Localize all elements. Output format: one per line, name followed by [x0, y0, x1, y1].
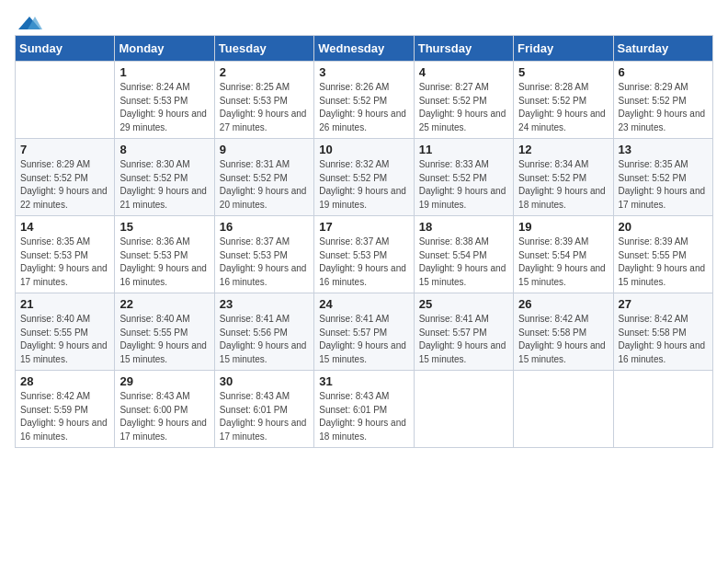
calendar-cell: 4Sunrise: 8:27 AMSunset: 5:52 PMDaylight…: [414, 62, 513, 139]
calendar-cell: 25Sunrise: 8:41 AMSunset: 5:57 PMDayligh…: [414, 293, 513, 371]
calendar-cell: 5Sunrise: 8:28 AMSunset: 5:52 PMDaylight…: [514, 62, 613, 139]
calendar-week-row: 28Sunrise: 8:42 AMSunset: 5:59 PMDayligh…: [16, 371, 713, 448]
cell-info: Sunrise: 8:43 AMSunset: 6:01 PMDaylight:…: [319, 390, 408, 443]
day-number: 9: [220, 143, 309, 156]
cell-info: Sunrise: 8:25 AMSunset: 5:53 PMDaylight:…: [220, 81, 309, 134]
calendar-cell: 22Sunrise: 8:40 AMSunset: 5:55 PMDayligh…: [115, 293, 214, 371]
calendar-cell: 18Sunrise: 8:38 AMSunset: 5:54 PMDayligh…: [414, 216, 513, 293]
cell-info: Sunrise: 8:39 AMSunset: 5:55 PMDaylight:…: [619, 236, 708, 289]
day-number: 22: [119, 297, 209, 311]
header-day-wednesday: Wednesday: [314, 36, 414, 62]
page-header: [15, 15, 713, 31]
calendar-week-row: 7Sunrise: 8:29 AMSunset: 5:52 PMDaylight…: [16, 139, 713, 216]
day-number: 24: [319, 297, 408, 311]
cell-info: Sunrise: 8:28 AMSunset: 5:52 PMDaylight:…: [518, 81, 608, 134]
calendar-cell: 28Sunrise: 8:42 AMSunset: 5:59 PMDayligh…: [16, 371, 115, 448]
cell-info: Sunrise: 8:36 AMSunset: 5:53 PMDaylight:…: [119, 236, 209, 289]
cell-info: Sunrise: 8:41 AMSunset: 5:57 PMDaylight:…: [319, 313, 408, 366]
day-number: 12: [518, 143, 608, 156]
day-number: 7: [20, 143, 109, 156]
calendar-cell: 15Sunrise: 8:36 AMSunset: 5:53 PMDayligh…: [115, 216, 214, 293]
day-number: 16: [220, 220, 309, 234]
cell-info: Sunrise: 8:40 AMSunset: 5:55 PMDaylight:…: [119, 313, 209, 366]
cell-info: Sunrise: 8:26 AMSunset: 5:52 PMDaylight:…: [319, 81, 408, 134]
day-number: 4: [419, 65, 508, 79]
calendar-cell: 6Sunrise: 8:29 AMSunset: 5:52 PMDaylight…: [613, 62, 712, 139]
day-number: 5: [518, 65, 608, 79]
calendar-cell: 12Sunrise: 8:34 AMSunset: 5:52 PMDayligh…: [514, 139, 613, 216]
logo: [15, 15, 42, 31]
calendar-cell: 13Sunrise: 8:35 AMSunset: 5:52 PMDayligh…: [613, 139, 712, 216]
day-number: 30: [220, 374, 309, 388]
header-day-thursday: Thursday: [414, 36, 513, 62]
day-number: 19: [518, 220, 608, 234]
calendar-cell: 27Sunrise: 8:42 AMSunset: 5:58 PMDayligh…: [613, 293, 712, 371]
day-number: 8: [119, 143, 209, 156]
calendar-cell: 1Sunrise: 8:24 AMSunset: 5:53 PMDaylight…: [115, 62, 214, 139]
day-number: 31: [319, 374, 408, 388]
logo-icon: [17, 15, 42, 31]
day-number: 23: [220, 297, 309, 311]
day-number: 26: [518, 297, 608, 311]
calendar-cell: 8Sunrise: 8:30 AMSunset: 5:52 PMDaylight…: [115, 139, 214, 216]
day-number: 1: [119, 65, 209, 79]
day-number: 11: [419, 143, 508, 156]
calendar-cell: 21Sunrise: 8:40 AMSunset: 5:55 PMDayligh…: [16, 293, 115, 371]
header-day-sunday: Sunday: [16, 36, 115, 62]
cell-info: Sunrise: 8:43 AMSunset: 6:01 PMDaylight:…: [220, 390, 309, 443]
cell-info: Sunrise: 8:35 AMSunset: 5:52 PMDaylight:…: [619, 158, 708, 212]
calendar-cell: [16, 62, 115, 139]
cell-info: Sunrise: 8:38 AMSunset: 5:54 PMDaylight:…: [419, 236, 508, 289]
calendar-cell: 7Sunrise: 8:29 AMSunset: 5:52 PMDaylight…: [16, 139, 115, 216]
calendar-week-row: 21Sunrise: 8:40 AMSunset: 5:55 PMDayligh…: [16, 293, 713, 371]
cell-info: Sunrise: 8:42 AMSunset: 5:58 PMDaylight:…: [518, 313, 608, 366]
calendar-cell: 19Sunrise: 8:39 AMSunset: 5:54 PMDayligh…: [514, 216, 613, 293]
day-number: 18: [419, 220, 508, 234]
day-number: 27: [619, 297, 708, 311]
calendar-week-row: 1Sunrise: 8:24 AMSunset: 5:53 PMDaylight…: [16, 62, 713, 139]
calendar-cell: [613, 371, 712, 448]
calendar-cell: 24Sunrise: 8:41 AMSunset: 5:57 PMDayligh…: [314, 293, 414, 371]
cell-info: Sunrise: 8:29 AMSunset: 5:52 PMDaylight:…: [20, 158, 109, 212]
cell-info: Sunrise: 8:39 AMSunset: 5:54 PMDaylight:…: [518, 236, 608, 289]
cell-info: Sunrise: 8:40 AMSunset: 5:55 PMDaylight:…: [20, 313, 109, 366]
calendar-cell: 26Sunrise: 8:42 AMSunset: 5:58 PMDayligh…: [514, 293, 613, 371]
cell-info: Sunrise: 8:35 AMSunset: 5:53 PMDaylight:…: [20, 236, 109, 289]
cell-info: Sunrise: 8:42 AMSunset: 5:59 PMDaylight:…: [20, 390, 109, 443]
cell-info: Sunrise: 8:43 AMSunset: 6:00 PMDaylight:…: [119, 390, 209, 443]
header-day-tuesday: Tuesday: [214, 36, 313, 62]
day-number: 3: [319, 65, 408, 79]
calendar-week-row: 14Sunrise: 8:35 AMSunset: 5:53 PMDayligh…: [16, 216, 713, 293]
calendar-cell: 11Sunrise: 8:33 AMSunset: 5:52 PMDayligh…: [414, 139, 513, 216]
header-day-friday: Friday: [514, 36, 613, 62]
cell-info: Sunrise: 8:37 AMSunset: 5:53 PMDaylight:…: [319, 236, 408, 289]
calendar-cell: 2Sunrise: 8:25 AMSunset: 5:53 PMDaylight…: [214, 62, 313, 139]
day-number: 28: [20, 374, 109, 388]
calendar-table: SundayMondayTuesdayWednesdayThursdayFrid…: [15, 35, 713, 448]
calendar-cell: [514, 371, 613, 448]
calendar-header-row: SundayMondayTuesdayWednesdayThursdayFrid…: [16, 36, 713, 62]
header-day-monday: Monday: [115, 36, 214, 62]
day-number: 2: [220, 65, 309, 79]
cell-info: Sunrise: 8:32 AMSunset: 5:52 PMDaylight:…: [319, 158, 408, 212]
header-day-saturday: Saturday: [613, 36, 712, 62]
calendar-cell: 9Sunrise: 8:31 AMSunset: 5:52 PMDaylight…: [214, 139, 313, 216]
cell-info: Sunrise: 8:34 AMSunset: 5:52 PMDaylight:…: [518, 158, 608, 212]
day-number: 15: [119, 220, 209, 234]
cell-info: Sunrise: 8:33 AMSunset: 5:52 PMDaylight:…: [419, 158, 508, 212]
cell-info: Sunrise: 8:41 AMSunset: 5:57 PMDaylight:…: [419, 313, 508, 366]
day-number: 29: [119, 374, 209, 388]
calendar-cell: 23Sunrise: 8:41 AMSunset: 5:56 PMDayligh…: [214, 293, 313, 371]
cell-info: Sunrise: 8:27 AMSunset: 5:52 PMDaylight:…: [419, 81, 508, 134]
day-number: 10: [319, 143, 408, 156]
calendar-cell: 14Sunrise: 8:35 AMSunset: 5:53 PMDayligh…: [16, 216, 115, 293]
calendar-cell: 30Sunrise: 8:43 AMSunset: 6:01 PMDayligh…: [214, 371, 313, 448]
day-number: 20: [619, 220, 708, 234]
cell-info: Sunrise: 8:29 AMSunset: 5:52 PMDaylight:…: [619, 81, 708, 134]
calendar-cell: 31Sunrise: 8:43 AMSunset: 6:01 PMDayligh…: [314, 371, 414, 448]
day-number: 21: [20, 297, 109, 311]
calendar-cell: 17Sunrise: 8:37 AMSunset: 5:53 PMDayligh…: [314, 216, 414, 293]
calendar-cell: 16Sunrise: 8:37 AMSunset: 5:53 PMDayligh…: [214, 216, 313, 293]
calendar-cell: 29Sunrise: 8:43 AMSunset: 6:00 PMDayligh…: [115, 371, 214, 448]
day-number: 13: [619, 143, 708, 156]
